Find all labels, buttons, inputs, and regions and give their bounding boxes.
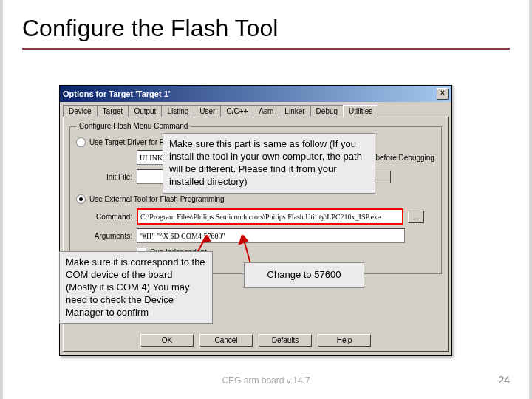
svg-marker-3 — [239, 235, 248, 244]
browse-command-button[interactable]: ... — [408, 211, 424, 223]
slide-footer: CEG arm board v.14.7 — [0, 375, 532, 386]
title-rule — [22, 48, 510, 50]
page-number: 24 — [498, 374, 510, 386]
tab-output[interactable]: Output — [128, 105, 162, 117]
command-label: Command: — [92, 213, 132, 221]
dialog-title: Options for Target 'Target 1' — [63, 89, 170, 98]
svg-marker-1 — [202, 235, 210, 242]
tab-ccpp[interactable]: C/C++ — [220, 105, 253, 117]
defaults-button[interactable]: Defaults — [259, 334, 312, 347]
annotation-baud-note: Change to 57600 — [244, 262, 364, 288]
tab-listing[interactable]: Listing — [161, 105, 194, 117]
radio-use-external-tool[interactable]: Use External Tool for Flash Programming — [76, 194, 435, 204]
tab-linker[interactable]: Linker — [279, 105, 310, 117]
slide-title: Configure the Flash Tool — [22, 15, 278, 42]
tab-target[interactable]: Target — [97, 105, 129, 117]
help-button[interactable]: Help — [318, 334, 371, 347]
tab-asm[interactable]: Asm — [253, 105, 279, 117]
close-icon[interactable]: × — [437, 88, 449, 100]
cancel-button[interactable]: Cancel — [200, 334, 253, 347]
ok-button[interactable]: OK — [140, 334, 194, 347]
dialog-button-row: OK Cancel Defaults Help — [64, 334, 448, 347]
tab-utilities[interactable]: Utilities — [343, 105, 378, 117]
tab-user[interactable]: User — [194, 105, 221, 117]
dialog-titlebar: Options for Target 'Target 1' × — [60, 86, 451, 102]
groupbox-title: Configure Flash Menu Command — [76, 122, 191, 130]
tab-debug[interactable]: Debug — [310, 105, 344, 117]
arguments-label: Arguments: — [92, 232, 132, 240]
annotation-path-note: Make sure this part is same as follow (I… — [163, 133, 375, 194]
radio-icon — [76, 194, 86, 204]
init-file-label: Init File: — [92, 173, 132, 181]
radio2-label: Use External Tool for Flash Programming — [89, 195, 225, 203]
tab-device[interactable]: Device — [63, 105, 98, 117]
arguments-input[interactable]: "#H" "^X $D COM4 57600" — [137, 228, 405, 243]
tab-bar: Device Target Output Listing User C/C++ … — [60, 102, 451, 117]
command-input[interactable]: C:\Program Files\Philips Semiconductors\… — [137, 208, 403, 225]
radio-icon — [76, 137, 86, 147]
annotation-com-note: Make sure it is correspond to the COM de… — [59, 251, 213, 324]
